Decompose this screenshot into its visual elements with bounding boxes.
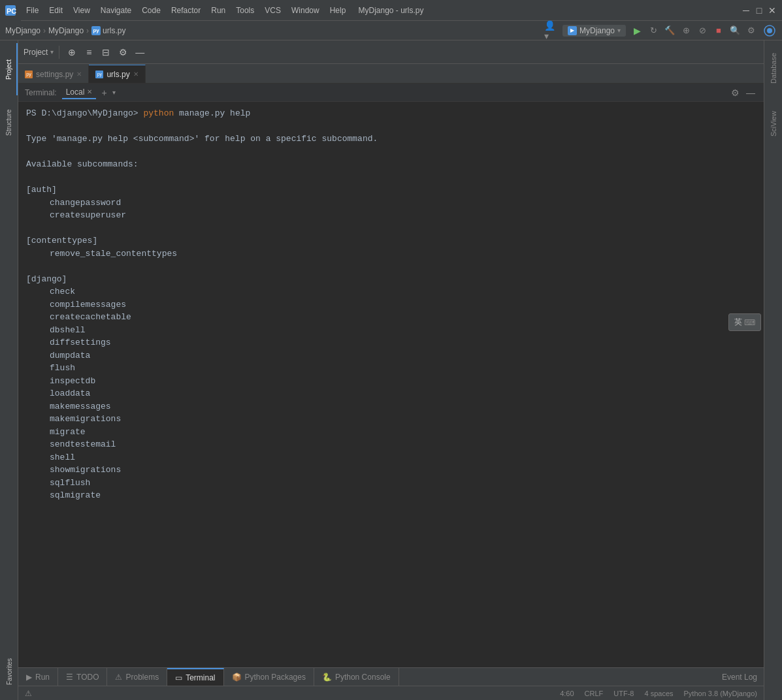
breadcrumb-project[interactable]: MyDjango (48, 26, 84, 35)
right-tab-database[interactable]: Database (768, 40, 779, 96)
settings-file-icon: py (25, 71, 33, 78)
menu-vcs[interactable]: VCS (259, 0, 286, 21)
problems-tab-icon: ⚠ (115, 673, 122, 682)
run-buttons: ▶ ↻ 🔨 ⊕ ⊘ ■ 🔍 ⚙ (630, 24, 758, 38)
menu-help[interactable]: Help (325, 0, 351, 21)
status-linesep[interactable]: CRLF (585, 690, 604, 697)
coverage-button[interactable]: ⊕ (679, 24, 693, 38)
status-indent[interactable]: 4 spaces (644, 690, 673, 697)
terminal-check: check (26, 285, 756, 298)
collapse-all-button[interactable]: ⊕ (65, 45, 79, 59)
sidebar-tab-project[interactable]: Project (1, 43, 18, 95)
terminal-tab-icon: ▭ (175, 673, 182, 682)
terminal-area: Terminal: Local ✕ + ▾ ⚙ — PS D:\django\M… (18, 84, 764, 667)
sidebar-tab-structure[interactable]: Structure (1, 97, 18, 149)
run-button[interactable]: ▶ (630, 24, 644, 38)
ime-button[interactable]: 英 ⌨ (728, 313, 761, 331)
status-encoding[interactable]: UTF-8 (613, 690, 634, 697)
terminal-output-blank4 (26, 222, 756, 235)
terminal-output-blank3 (26, 171, 756, 184)
menu-code[interactable]: Code (137, 0, 166, 21)
editor-tabs: py settings.py ✕ py urls.py ✕ (18, 64, 764, 84)
settings-tab-close[interactable]: ✕ (76, 71, 82, 78)
breadcrumb-root[interactable]: MyDjango (5, 26, 41, 35)
terminal-local-tab[interactable]: Local ✕ (62, 86, 97, 99)
settings-icon-button[interactable]: ⚙ (116, 45, 130, 59)
close-button[interactable]: ✕ (766, 5, 778, 16)
terminal-prompt-line: PS D:\django\MyDjango> python manage.py … (26, 107, 756, 120)
sidebar-tab-favorites[interactable]: Favorites (1, 645, 18, 697)
menu-items: File Edit View Navigate Code Refactor Ru… (21, 0, 351, 21)
urls-file-icon: py (95, 71, 103, 78)
terminal-add-button[interactable]: + (101, 88, 106, 98)
terminal-settings-button[interactable]: ⚙ (728, 86, 741, 99)
terminal-header: Terminal: Local ✕ + ▾ ⚙ — (18, 84, 764, 102)
maximize-button[interactable]: □ (753, 5, 765, 16)
terminal-shell: shell (26, 451, 756, 464)
filter-button[interactable]: ⊟ (99, 45, 113, 59)
terminal-dumpdata: dumpdata (26, 349, 756, 362)
right-tab-sciview[interactable]: SciView (768, 96, 779, 151)
svg-text:PC: PC (7, 7, 16, 15)
terminal-label: Terminal: (25, 88, 57, 97)
bottom-tabs: ▶ Run ☰ TODO ⚠ Problems ▭ Terminal 📦 Pyt… (18, 667, 764, 686)
terminal-toolbar: ⚙ — (728, 86, 757, 99)
bottom-tab-run[interactable]: ▶ Run (18, 668, 58, 686)
content-area: Project ▾ ⊕ ≡ ⊟ ⚙ — py settings.py ✕ py … (18, 40, 764, 700)
run-config-dropdown: ▾ (617, 27, 621, 34)
tab-settings-py[interactable]: py settings.py ✕ (18, 65, 89, 83)
warning-icon: ⚠ (25, 689, 32, 698)
menu-run[interactable]: Run (206, 0, 231, 21)
run-config-icon: ▶ (568, 26, 577, 35)
sync-button[interactable]: ↻ (646, 24, 660, 38)
sort-button[interactable]: ≡ (82, 45, 96, 59)
terminal-output-type: Type 'manage.py help <subcommand>' for h… (26, 133, 756, 146)
terminal-makemessages: makemessages (26, 400, 756, 413)
status-python[interactable]: Python 3.8 (MyDjango) (684, 690, 758, 697)
menu-window[interactable]: Window (286, 0, 325, 21)
project-label[interactable]: Project ▾ (24, 48, 54, 57)
terminal-tab-close[interactable]: ✕ (87, 88, 92, 95)
bottom-tab-problems[interactable]: ⚠ Problems (107, 668, 167, 686)
toolbar-sep (59, 46, 59, 59)
event-log-button[interactable]: Event Log (722, 673, 757, 682)
hide-button[interactable]: — (133, 45, 147, 59)
terminal-makemigrations: makemigrations (26, 413, 756, 426)
bottom-tab-python-packages[interactable]: 📦 Python Packages (224, 668, 314, 686)
terminal-cmd-rest: manage.py help (179, 108, 250, 118)
app-icon[interactable]: PC (0, 0, 21, 21)
terminal-content[interactable]: PS D:\django\MyDjango> python manage.py … (18, 102, 764, 667)
menu-refactor[interactable]: Refactor (166, 0, 206, 21)
terminal-migrate: migrate (26, 426, 756, 439)
terminal-minimize-button[interactable]: — (744, 86, 757, 99)
terminal-loaddata: loaddata (26, 387, 756, 400)
menu-bar: PC File Edit View Navigate Code Refactor… (0, 0, 782, 21)
tab-urls-py[interactable]: py urls.py ✕ (89, 65, 145, 83)
terminal-cmd-python: python (143, 108, 174, 118)
status-bar: ⚠ 4:60 CRLF UTF-8 4 spaces Python 3.8 (M… (18, 686, 764, 700)
menu-edit[interactable]: Edit (44, 0, 68, 21)
bottom-tab-terminal[interactable]: ▭ Terminal (167, 668, 223, 686)
urls-tab-label: urls.py (106, 70, 129, 79)
terminal-flush: flush (26, 362, 756, 375)
minimize-button[interactable]: ─ (740, 5, 752, 16)
bottom-tab-todo[interactable]: ☰ TODO (58, 668, 107, 686)
search-button[interactable]: 🔍 (728, 24, 742, 38)
user-button[interactable]: 👤▾ (544, 24, 559, 38)
bottom-tab-python-console[interactable]: 🐍 Python Console (314, 668, 399, 686)
profile-button[interactable]: ⊘ (695, 24, 709, 38)
menu-file[interactable]: File (21, 0, 44, 21)
urls-tab-close[interactable]: ✕ (133, 71, 138, 78)
header-toolbar: Project ▾ ⊕ ≡ ⊟ ⚙ — (18, 40, 764, 64)
menu-tools[interactable]: Tools (231, 0, 259, 21)
pycharm-logo[interactable] (762, 24, 777, 38)
status-position[interactable]: 4:60 (560, 690, 574, 697)
stop-button[interactable]: ■ (711, 24, 726, 38)
terminal-dropdown[interactable]: ▾ (112, 89, 116, 96)
run-config[interactable]: ▶ MyDjango ▾ (562, 25, 626, 37)
settings-button[interactable]: ⚙ (744, 24, 758, 38)
build-button[interactable]: 🔨 (662, 24, 677, 38)
menu-view[interactable]: View (68, 0, 95, 21)
breadcrumb-file[interactable]: py urls.py (91, 26, 125, 35)
menu-navigate[interactable]: Navigate (95, 0, 137, 21)
